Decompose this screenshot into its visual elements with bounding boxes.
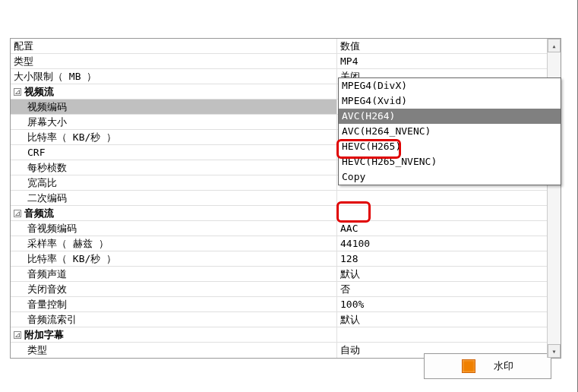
property-row[interactable]: 采样率（ 赫兹 ）44100 — [11, 236, 561, 251]
section-row[interactable]: ⊿附加字幕 — [11, 327, 561, 343]
watermark-label: 水印 — [494, 359, 513, 373]
property-label: 音频声道 — [11, 267, 337, 281]
property-label: 视频编码 — [11, 100, 337, 114]
property-value: AAC — [337, 221, 561, 236]
property-value — [337, 327, 561, 342]
scroll-down-button[interactable]: ▾ — [548, 344, 561, 358]
property-row[interactable]: 音视频编码AAC — [11, 221, 561, 236]
dropdown-option[interactable]: HEVC(H265) — [339, 139, 561, 154]
property-label: 每秒桢数 — [11, 160, 337, 175]
property-label: 宽高比 — [11, 175, 337, 190]
section-label: 音频流 — [24, 206, 54, 220]
grid-header: 配置 数值 — [11, 39, 561, 54]
video-codec-dropdown-list[interactable]: MPEG4(DivX)MPEG4(Xvid)AVC(H264)AVC(H264_… — [338, 77, 561, 185]
property-label: 音视频编码 — [11, 221, 337, 236]
section-label: 视频流 — [24, 84, 54, 99]
section-label: 附加字幕 — [24, 327, 64, 342]
property-label: 大小限制（ MB ） — [11, 69, 337, 84]
property-value: 默认 — [337, 312, 561, 327]
property-row[interactable]: 比特率（ KB/秒 ）128 — [11, 251, 561, 267]
property-label: ⊿附加字幕 — [11, 327, 337, 342]
property-label: CRF — [11, 145, 337, 160]
dropdown-option[interactable]: MPEG4(DivX) — [339, 78, 561, 93]
property-label: 音频流索引 — [11, 312, 337, 327]
property-row[interactable]: 音频声道默认 — [11, 267, 561, 282]
property-value — [337, 191, 561, 205]
property-value: 128 — [337, 251, 561, 266]
property-label: 比特率（ KB/秒 ） — [11, 251, 337, 266]
property-value — [337, 206, 561, 220]
expander-icon[interactable]: ⊿ — [14, 88, 21, 96]
property-label: 采样率（ 赫兹 ） — [11, 236, 337, 251]
expander-icon[interactable]: ⊿ — [14, 210, 21, 217]
header-value: 数值 — [337, 39, 561, 53]
settings-panel: 配置 数值 类型MP4大小限制（ MB ）关闭⊿视频流视频编码MPEG4(Div… — [0, 0, 578, 392]
dropdown-option[interactable]: HEVC(H265_NVENC) — [339, 154, 561, 169]
property-row[interactable]: 类型MP4 — [11, 54, 561, 69]
property-label: 二次编码 — [11, 191, 337, 205]
property-label: 比特率（ KB/秒 ） — [11, 130, 337, 144]
property-row[interactable]: 二次编码 — [11, 191, 561, 206]
section-row[interactable]: ⊿音频流 — [11, 206, 561, 221]
property-value: MP4 — [337, 54, 561, 68]
dropdown-option[interactable]: AVC(H264_NVENC) — [339, 124, 561, 139]
scroll-up-button[interactable]: ▴ — [548, 39, 561, 52]
property-row[interactable]: 音频流索引默认 — [11, 312, 561, 327]
property-row[interactable]: 关闭音效否 — [11, 282, 561, 297]
header-config: 配置 — [11, 39, 337, 53]
property-label: ⊿视频流 — [11, 84, 337, 99]
property-label: 屏幕大小 — [11, 115, 337, 129]
property-label: 关闭音效 — [11, 282, 337, 296]
property-value: 否 — [337, 282, 561, 296]
property-value: 44100 — [337, 236, 561, 251]
property-label: 类型 — [11, 54, 337, 68]
watermark-button[interactable]: 水印 — [424, 353, 551, 379]
property-value: 默认 — [337, 267, 561, 281]
property-value: 100% — [337, 297, 561, 311]
expander-icon[interactable]: ⊿ — [14, 331, 21, 339]
dropdown-option[interactable]: AVC(H264) — [339, 109, 561, 124]
watermark-icon — [462, 359, 475, 373]
property-label: 类型 — [11, 343, 337, 358]
property-row[interactable]: 音量控制100% — [11, 297, 561, 312]
dropdown-option[interactable]: Copy — [339, 169, 561, 185]
property-label: ⊿音频流 — [11, 206, 337, 220]
dropdown-option[interactable]: MPEG4(Xvid) — [339, 93, 561, 109]
property-label: 音量控制 — [11, 297, 337, 311]
